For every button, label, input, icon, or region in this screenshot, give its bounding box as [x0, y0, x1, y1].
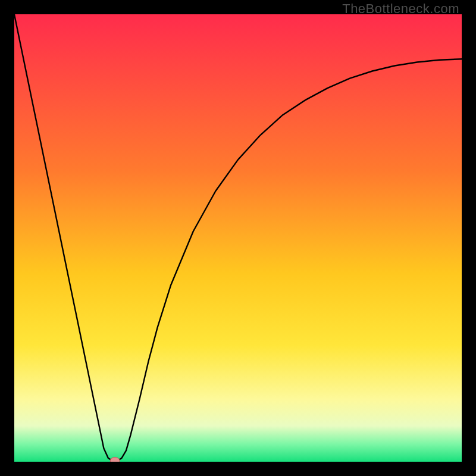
chart-frame	[14, 14, 462, 462]
gradient-background	[14, 14, 462, 462]
bottleneck-chart	[14, 14, 462, 462]
plot-area	[14, 14, 462, 462]
optimum-marker	[110, 458, 120, 462]
watermark-text: TheBottleneck.com	[342, 1, 459, 17]
